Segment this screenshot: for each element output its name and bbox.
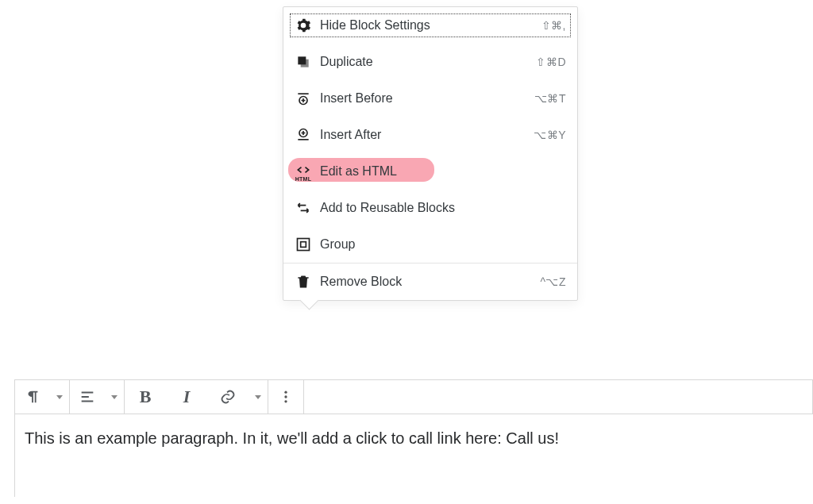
duplicate-icon: [295, 53, 312, 71]
insert-before-icon: [295, 90, 312, 107]
menu-item-shortcut: ⌥⌘T: [534, 92, 566, 105]
align-button[interactable]: [70, 380, 105, 414]
bold-button[interactable]: B: [125, 380, 166, 414]
menu-item-label: Duplicate: [320, 55, 373, 69]
menu-item-duplicate[interactable]: Duplicate⇧⌘D: [283, 44, 577, 80]
menu-item-shortcut: ⇧⌘,: [541, 19, 566, 32]
paragraph-text: This is an example paragraph. In it, we'…: [25, 429, 559, 447]
align-dropdown[interactable]: [105, 380, 124, 414]
paragraph-block[interactable]: This is an example paragraph. In it, we'…: [14, 414, 813, 497]
menu-item-label: Hide Block Settings: [320, 18, 430, 33]
italic-icon: I: [183, 387, 191, 407]
more-options-button[interactable]: [268, 380, 304, 414]
block-options-menu: Hide Block Settings⇧⌘,Duplicate⇧⌘DInsert…: [283, 6, 578, 301]
menu-item-label: Remove Block: [320, 275, 402, 289]
svg-point-0: [284, 391, 287, 394]
menu-section-main: Hide Block Settings⇧⌘,Duplicate⇧⌘DInsert…: [283, 7, 577, 263]
menu-item-label: Group: [320, 237, 355, 252]
menu-item-label: Add to Reusable Blocks: [320, 201, 455, 215]
more-rich-text-dropdown[interactable]: [249, 380, 268, 414]
link-icon: [219, 388, 237, 406]
menu-item-insert-before[interactable]: Insert Before⌥⌘T: [283, 80, 577, 117]
menu-item-label: Insert Before: [320, 91, 393, 106]
italic-button[interactable]: I: [166, 380, 207, 414]
block-toolbar: B I: [14, 379, 813, 414]
insert-after-icon: [295, 126, 312, 144]
menu-item-add-to-reusable-blocks[interactable]: Add to Reusable Blocks: [283, 190, 577, 226]
gear-icon: [295, 17, 312, 34]
menu-item-hide-block-settings[interactable]: Hide Block Settings⇧⌘,: [283, 7, 577, 44]
menu-item-label: Edit as HTML: [320, 164, 397, 179]
menu-item-shortcut: ⇧⌘D: [536, 56, 566, 68]
reusable-icon: [295, 199, 312, 217]
trash-icon: [295, 273, 312, 290]
menu-item-shortcut: ⌥⌘Y: [534, 129, 566, 141]
link-button[interactable]: [207, 380, 249, 414]
block-type-button[interactable]: [15, 380, 50, 414]
menu-section-remove: Remove Block^⌥Z: [283, 263, 577, 300]
block-type-dropdown[interactable]: [50, 380, 69, 414]
align-left-icon: [79, 388, 96, 406]
bold-icon: B: [140, 387, 152, 407]
menu-item-insert-after[interactable]: Insert After⌥⌘Y: [283, 117, 577, 153]
svg-point-2: [284, 400, 287, 402]
paragraph-icon: [24, 388, 41, 406]
menu-item-edit-as-html[interactable]: HTMLEdit as HTML: [283, 153, 577, 190]
menu-item-remove-block[interactable]: Remove Block^⌥Z: [283, 264, 577, 300]
menu-item-shortcut: ^⌥Z: [540, 275, 566, 288]
svg-point-1: [284, 395, 287, 398]
more-vertical-icon: [278, 389, 294, 405]
group-icon: [295, 236, 312, 253]
menu-item-group[interactable]: Group: [283, 226, 577, 263]
edit-html-icon: HTML: [295, 163, 312, 180]
menu-item-label: Insert After: [320, 128, 381, 142]
